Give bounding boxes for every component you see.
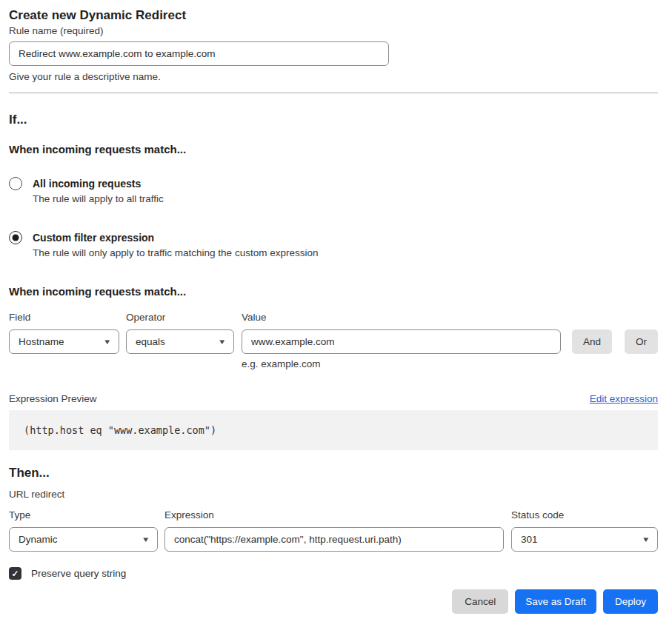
radio-option-all-requests[interactable]: All incoming requests The rule will appl… [9,177,658,205]
if-heading: If... [9,112,658,127]
preserve-query-string-label[interactable]: Preserve query string [31,568,126,579]
radio-all-requests[interactable] [9,177,22,190]
redirect-row: Type Dynamic ▾ Expression Status code 30… [9,509,658,552]
or-button[interactable]: Or [625,329,658,354]
type-label: Type [9,509,158,521]
form-actions: Cancel Save as Draft Deploy [9,589,658,614]
rule-name-label: Rule name (required) [9,25,104,36]
chevron-down-icon: ▾ [144,535,149,543]
radio-option-custom-filter[interactable]: Custom filter expression The rule will o… [9,231,658,259]
match-heading: When incoming requests match... [9,143,658,156]
preserve-query-string-checkbox[interactable]: ✓ [9,567,21,580]
expression-input[interactable] [164,527,504,552]
edit-expression-link[interactable]: Edit expression [590,393,658,404]
radio-label-custom-filter[interactable]: Custom filter expression [33,231,318,244]
status-code-label: Status code [511,509,658,521]
chevron-down-icon: ▾ [644,535,649,543]
expression-preview-code: (http.host eq "www.example.com") [9,410,658,450]
radio-label-all-requests[interactable]: All incoming requests [33,177,164,190]
expression-label: Expression [164,509,504,521]
and-button[interactable]: And [572,329,612,354]
expression-preview-row: Expression Preview Edit expression [9,393,658,404]
then-heading: Then... [9,465,658,481]
check-icon: ✓ [11,569,19,578]
status-code-select[interactable]: 301 ▾ [511,527,658,552]
create-redirect-form: Create new Dynamic Redirect Rule name (r… [0,0,672,624]
rule-name-helper: Give your rule a descriptive name. [9,70,658,83]
status-code-select-value: 301 [521,534,538,545]
save-as-draft-button[interactable]: Save as Draft [515,589,596,614]
operator-select-value: equals [136,336,165,347]
radio-custom-filter[interactable] [9,231,22,244]
type-select[interactable]: Dynamic ▾ [9,527,158,552]
preserve-query-string-row[interactable]: ✓ Preserve query string [9,567,658,580]
field-label: Field [9,311,119,324]
chevron-down-icon: ▾ [220,338,225,346]
radio-desc-custom-filter: The rule will only apply to traffic matc… [33,247,318,259]
page-title: Create new Dynamic Redirect [9,7,658,24]
section-divider [9,93,658,93]
operator-select[interactable]: equals ▾ [126,329,234,354]
condition-heading: When incoming requests match... [9,285,658,298]
value-label: Value [242,311,561,324]
value-input[interactable] [242,329,561,354]
radio-desc-all-requests: The rule will apply to all traffic [33,193,164,205]
chevron-down-icon: ▾ [105,338,110,346]
cancel-button[interactable]: Cancel [452,589,508,614]
field-select[interactable]: Hostname ▾ [9,329,119,354]
rule-name-input[interactable] [9,41,389,66]
deploy-button[interactable]: Deploy [603,589,658,614]
operator-label: Operator [126,311,234,324]
value-hint: e.g. example.com [242,358,561,369]
type-select-value: Dynamic [19,534,58,545]
expression-preview-label: Expression Preview [9,393,97,404]
url-redirect-label: URL redirect [9,489,658,500]
condition-row: Field Hostname ▾ Operator equals ▾ Value… [9,311,658,369]
field-select-value: Hostname [19,336,64,347]
